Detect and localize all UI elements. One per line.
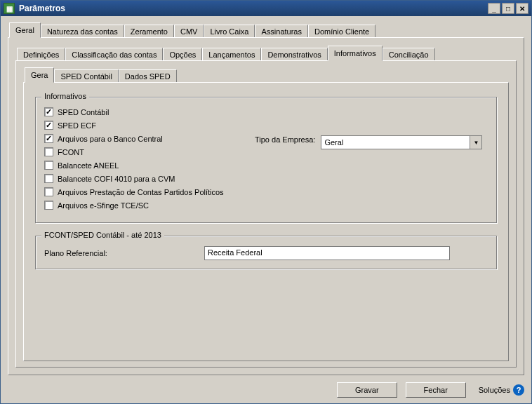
tab-demonstrativos[interactable]: Demonstrativos: [261, 48, 327, 61]
check-fcont[interactable]: [44, 147, 53, 156]
tab-cmv[interactable]: CMV: [174, 25, 204, 38]
tab-lancamentos[interactable]: Lançamentos: [202, 48, 261, 61]
titlebar: ▦ Parâmetros _ □ ✕: [1, 1, 531, 16]
check-balancete-aneel-label: Balancete ANEEL: [58, 161, 119, 170]
check-balancete-aneel[interactable]: [44, 161, 53, 170]
tab-panel-level3: Informativos ✓ SPED Contábil ✓ SPED ECF: [23, 82, 509, 361]
check-prestacao-contas-partidos-label: Arquivos Prestação de Contas Partidos Po…: [58, 188, 224, 196]
help-icon: ?: [513, 384, 524, 396]
tab-livro-caixa[interactable]: Livro Caixa: [204, 25, 255, 38]
check-arquivos-banco-central[interactable]: ✓: [44, 134, 53, 143]
tab-classificacao-contas[interactable]: Classificação das contas: [65, 48, 163, 61]
tab-informativos[interactable]: Informativos: [328, 46, 383, 61]
check-sped-ecf-label: SPED ECF: [58, 121, 96, 130]
tab-panel-level1: Definições Classificação das contas Opçõ…: [8, 37, 524, 375]
app-window: ▦ Parâmetros _ □ ✕ Geral Natureza das co…: [0, 0, 532, 404]
tab-geral[interactable]: Geral: [9, 22, 41, 38]
maximize-button[interactable]: □: [502, 3, 514, 14]
tipo-empresa-value: Geral: [321, 137, 470, 148]
app-icon: ▦: [4, 3, 15, 14]
tab-conciliacao[interactable]: Conciliação: [383, 48, 435, 61]
tab-opcoes[interactable]: Opções: [163, 48, 202, 61]
plano-referencial-input[interactable]: Receita Federal: [204, 246, 450, 260]
tipo-empresa-label: Tipo da Empresa:: [255, 135, 315, 144]
tab-definicoes[interactable]: Definições: [17, 48, 65, 61]
fechar-button[interactable]: Fechar: [406, 382, 466, 398]
chevron-down-icon[interactable]: ▼: [470, 136, 481, 149]
tipo-empresa-combo[interactable]: Geral ▼: [321, 135, 482, 149]
group-fcont-sped-title: FCONT/SPED Contábil - até 2013: [41, 231, 164, 239]
tab-sped-contabil[interactable]: SPED Contábil: [54, 69, 118, 83]
check-prestacao-contas-partidos[interactable]: [44, 187, 53, 196]
tab-panel-level2: Gera SPED Contábil Dados SPED Informativ…: [15, 60, 517, 368]
check-sped-ecf[interactable]: ✓: [44, 121, 53, 130]
client-area: Geral Natureza das contas Zeramento CMV …: [1, 16, 531, 403]
check-sped-contabil[interactable]: ✓: [44, 107, 53, 116]
tab-natureza-contas[interactable]: Natureza das contas: [41, 25, 124, 38]
solucoes-label: Soluções: [479, 386, 510, 394]
button-bar: Gravar Fechar Soluções ?: [8, 382, 524, 398]
tabs-level2: Definições Classificação das contas Opçõ…: [17, 45, 517, 60]
plano-referencial-value: Receita Federal: [208, 248, 262, 257]
check-sped-contabil-label: SPED Contábil: [58, 108, 109, 116]
minimize-button[interactable]: _: [488, 3, 500, 14]
tab-dominio-cliente[interactable]: Domínio Cliente: [308, 25, 375, 38]
solucoes-link[interactable]: Soluções ?: [479, 384, 524, 396]
group-informativos-title: Informativos: [41, 92, 89, 100]
tab-dados-sped[interactable]: Dados SPED: [119, 69, 177, 83]
check-fcont-label: FCONT: [58, 148, 84, 156]
check-esfinge-tce[interactable]: [44, 201, 53, 210]
tab-zeramento[interactable]: Zeramento: [124, 25, 174, 38]
tab-assinaturas[interactable]: Assinaturas: [255, 25, 307, 38]
group-fcont-sped: FCONT/SPED Contábil - até 2013 Plano Ref…: [35, 236, 497, 269]
check-balancete-cofi-label: Balancete COFI 4010 para a CVM: [58, 175, 175, 183]
gravar-button[interactable]: Gravar: [337, 382, 397, 398]
check-esfinge-tce-label: Arquivos e-Sfinge TCE/SC: [58, 201, 149, 210]
check-arquivos-banco-central-label: Arquivos para o Banco Central: [58, 135, 163, 143]
plano-referencial-label: Plano Referencial:: [44, 249, 199, 257]
tabs-level3: Gera SPED Contábil Dados SPED: [25, 67, 509, 82]
group-informativos: Informativos ✓ SPED Contábil ✓ SPED ECF: [35, 97, 497, 223]
close-button[interactable]: ✕: [516, 3, 528, 14]
tabs-level1: Geral Natureza das contas Zeramento CMV …: [9, 22, 524, 37]
window-title: Parâmetros: [19, 4, 65, 13]
tab-gera[interactable]: Gera: [25, 67, 54, 83]
check-balancete-cofi[interactable]: [44, 174, 53, 183]
